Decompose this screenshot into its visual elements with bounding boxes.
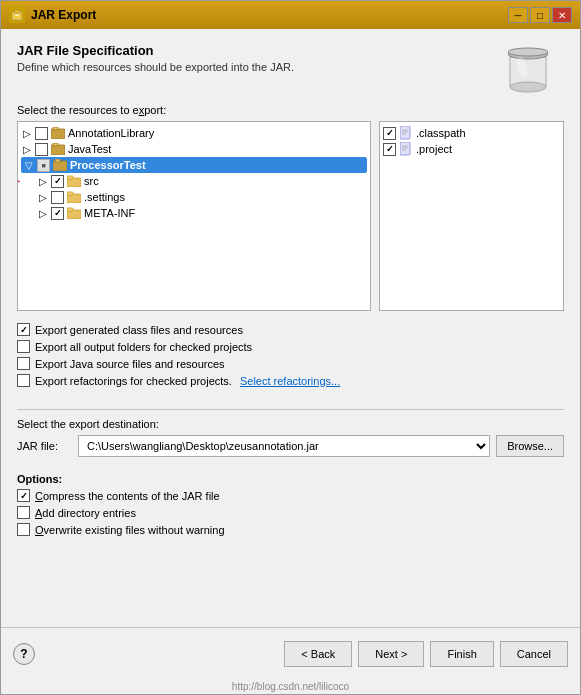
next-button[interactable]: Next > xyxy=(358,641,424,667)
finish-button[interactable]: Finish xyxy=(430,641,493,667)
checkbox-classpath[interactable] xyxy=(383,127,396,140)
checkbox-export-class[interactable] xyxy=(17,323,30,336)
label-project: .project xyxy=(416,143,452,155)
checkbox-overwrite[interactable] xyxy=(17,523,30,536)
checkbox-export-output[interactable] xyxy=(17,340,30,353)
tree-item-processor-test[interactable]: ▽ ProcessorTest xyxy=(21,157,367,173)
svg-point-7 xyxy=(508,48,548,56)
minimize-button[interactable]: ─ xyxy=(508,7,528,23)
checkbox-settings[interactable] xyxy=(51,191,64,204)
label-export-output: Export all output folders for checked pr… xyxy=(35,341,252,353)
resource-tree[interactable]: ▷ AnnotationLibrary ▷ JavaTest xyxy=(17,121,371,311)
folder-icon-settings xyxy=(66,190,82,204)
checkbox-export-java-source[interactable] xyxy=(17,357,30,370)
title-bar: JAR Export ─ □ ✕ xyxy=(1,1,580,29)
expand-processor-test[interactable]: ▽ xyxy=(23,159,35,171)
svg-rect-20 xyxy=(67,208,73,211)
svg-rect-18 xyxy=(67,192,73,195)
svg-rect-11 xyxy=(51,145,65,155)
section-title: JAR File Specification xyxy=(17,43,294,58)
expand-annotation-library[interactable]: ▷ xyxy=(21,127,33,139)
right-panel[interactable]: .classpath .project xyxy=(379,121,564,311)
window-title: JAR Export xyxy=(31,8,96,22)
expand-settings[interactable]: ▷ xyxy=(37,191,49,203)
cancel-button[interactable]: Cancel xyxy=(500,641,568,667)
svg-rect-21 xyxy=(400,126,410,139)
option-export-output[interactable]: Export all output folders for checked pr… xyxy=(17,340,564,353)
label-settings: .settings xyxy=(84,191,125,203)
dest-section-label: Select the export destination: xyxy=(17,418,564,430)
label-meta-inf: META-INF xyxy=(84,207,135,219)
svg-rect-10 xyxy=(53,127,58,130)
label-overwrite: Overwrite existing files without warning xyxy=(35,524,225,536)
main-content: JAR File Specification Define which reso… xyxy=(1,29,580,627)
right-item-classpath[interactable]: .classpath xyxy=(383,125,560,141)
folder-icon-meta-inf xyxy=(66,206,82,220)
option-export-java-source[interactable]: Export Java source files and resources xyxy=(17,357,564,370)
footer-left: ? xyxy=(13,643,35,665)
expand-meta-inf[interactable]: ▷ xyxy=(37,207,49,219)
back-button[interactable]: < Back xyxy=(284,641,352,667)
right-item-project[interactable]: .project xyxy=(383,141,560,157)
folder-icon-src xyxy=(66,174,82,188)
svg-point-1 xyxy=(14,10,20,14)
svg-rect-9 xyxy=(51,129,65,139)
divider-1 xyxy=(17,409,564,410)
label-classpath: .classpath xyxy=(416,127,466,139)
tree-panel-row: ▷ AnnotationLibrary ▷ JavaTest xyxy=(17,121,564,311)
help-button[interactable]: ? xyxy=(13,643,35,665)
file-icon-project xyxy=(398,142,414,156)
options-section: Options: Compress the contents of the JA… xyxy=(17,473,564,540)
title-bar-left: JAR Export xyxy=(9,7,96,23)
option-overwrite[interactable]: Overwrite existing files without warning xyxy=(17,523,564,536)
section-desc: Define which resources should be exporte… xyxy=(17,61,294,73)
svg-rect-25 xyxy=(400,142,410,155)
jar-file-input[interactable]: C:\Users\wangliang\Desktop\zeusannotatio… xyxy=(78,435,490,457)
tree-item-java-test[interactable]: ▷ JavaTest xyxy=(21,141,367,157)
footer-right: < Back Next > Finish Cancel xyxy=(284,641,568,667)
checkbox-add-directory[interactable] xyxy=(17,506,30,519)
label-compress: Compress the contents of the JAR file xyxy=(35,490,220,502)
jar-export-window: JAR Export ─ □ ✕ JAR File Specification … xyxy=(0,0,581,695)
watermark: http://blog.csdn.net/lilicoco xyxy=(1,679,580,694)
svg-rect-14 xyxy=(55,159,60,162)
option-export-class[interactable]: Export generated class files and resourc… xyxy=(17,323,564,336)
checkbox-processor-test[interactable] xyxy=(37,159,50,172)
label-export-refactorings: Export refactorings for checked projects… xyxy=(35,375,235,387)
svg-point-5 xyxy=(510,82,546,92)
svg-rect-2 xyxy=(15,14,19,16)
jar-file-label: JAR file: xyxy=(17,440,72,452)
package-icon-javatest xyxy=(50,142,66,156)
svg-rect-12 xyxy=(53,143,58,146)
checkbox-java-test[interactable] xyxy=(35,143,48,156)
checkbox-export-refactorings[interactable] xyxy=(17,374,30,387)
tree-item-settings[interactable]: ▷ .settings xyxy=(21,189,367,205)
option-add-directory[interactable]: Add directory entries xyxy=(17,506,564,519)
tree-item-meta-inf[interactable]: ▷ META-INF xyxy=(21,205,367,221)
label-export-java-source: Export Java source files and resources xyxy=(35,358,225,370)
expand-src[interactable]: ▷ xyxy=(37,175,49,187)
svg-rect-13 xyxy=(53,161,67,171)
option-compress[interactable]: Compress the contents of the JAR file xyxy=(17,489,564,502)
header-section: JAR File Specification Define which reso… xyxy=(17,43,564,100)
checkbox-meta-inf[interactable] xyxy=(51,207,64,220)
select-refactorings-link[interactable]: Select refactorings... xyxy=(240,375,340,387)
label-add-directory: Add directory entries xyxy=(35,507,136,519)
maximize-button[interactable]: □ xyxy=(530,7,550,23)
file-icon-classpath xyxy=(398,126,414,140)
checkbox-annotation-library[interactable] xyxy=(35,127,48,140)
checkbox-compress[interactable] xyxy=(17,489,30,502)
tree-item-annotation-library[interactable]: ▷ AnnotationLibrary xyxy=(21,125,367,141)
checkbox-src[interactable] xyxy=(51,175,64,188)
browse-button[interactable]: Browse... xyxy=(496,435,564,457)
options-label: Options: xyxy=(17,473,564,485)
destination-section: Select the export destination: JAR file:… xyxy=(17,418,564,463)
footer: ? < Back Next > Finish Cancel xyxy=(1,627,580,679)
export-options-section: Export generated class files and resourc… xyxy=(17,323,564,391)
tree-item-src[interactable]: ➤ ▷ src xyxy=(21,173,367,189)
option-export-refactorings[interactable]: Export refactorings for checked projects… xyxy=(17,374,564,387)
checkbox-project[interactable] xyxy=(383,143,396,156)
label-export-class: Export generated class files and resourc… xyxy=(35,324,243,336)
expand-java-test[interactable]: ▷ xyxy=(21,143,33,155)
close-button[interactable]: ✕ xyxy=(552,7,572,23)
